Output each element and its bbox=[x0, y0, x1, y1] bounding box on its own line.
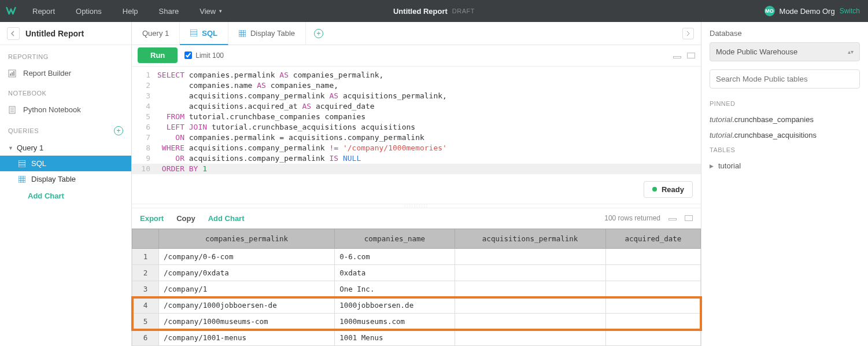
code-line[interactable]: 10 ORDER BY 1 bbox=[132, 164, 701, 174]
code-editor[interactable]: 1SELECT companies.permalink AS companies… bbox=[132, 67, 701, 178]
code-line[interactable]: 2 companies.name AS companies_name, bbox=[132, 80, 701, 91]
tab-display-table[interactable]: Display Table bbox=[228, 22, 306, 45]
code-content[interactable]: SELECT companies.permalink AS companies_… bbox=[157, 70, 383, 80]
menu-report[interactable]: Report bbox=[22, 0, 65, 22]
app-logo[interactable] bbox=[0, 0, 22, 22]
sidebar-item-sql[interactable]: SQL bbox=[0, 156, 131, 171]
table-cell[interactable] bbox=[455, 314, 605, 330]
table-cell[interactable]: /company/0-6-com bbox=[159, 249, 335, 265]
minimize-icon[interactable] bbox=[673, 56, 681, 58]
tab-sql[interactable]: SQL bbox=[180, 22, 228, 45]
table-cell[interactable]: /company/0xdata bbox=[159, 265, 335, 281]
table-cell[interactable] bbox=[455, 330, 605, 346]
menu-share[interactable]: Share bbox=[149, 0, 190, 22]
org-name[interactable]: Mode Demo Org bbox=[780, 7, 835, 16]
code-line[interactable]: 7 ON companies.permalink = acquisitions.… bbox=[132, 132, 701, 143]
pane-resize-handle[interactable]: :::::::::: bbox=[132, 204, 701, 208]
database-select[interactable]: Mode Public Warehouse ▴▾ bbox=[710, 42, 860, 61]
code-content[interactable]: ON companies.permalink = acquisitions.co… bbox=[157, 132, 424, 143]
menu-options[interactable]: Options bbox=[65, 0, 112, 22]
table-cell[interactable] bbox=[455, 265, 605, 281]
table-cell[interactable]: /company/1001-menus bbox=[159, 330, 335, 346]
sidebar-item-query1[interactable]: ▼ Query 1 bbox=[0, 140, 131, 156]
table-cell[interactable]: 1001 Menus bbox=[335, 330, 455, 346]
table-cell[interactable]: 0xdata bbox=[335, 265, 455, 281]
table-cell[interactable] bbox=[455, 281, 605, 297]
table-cell[interactable] bbox=[455, 297, 605, 314]
table-cell[interactable] bbox=[605, 265, 700, 281]
column-header[interactable]: acquisitions_permalink bbox=[455, 229, 605, 249]
org-avatar[interactable]: MO bbox=[764, 6, 775, 16]
add-tab-button[interactable]: + bbox=[314, 29, 323, 38]
menu-help[interactable]: Help bbox=[112, 0, 149, 22]
pinned-table-item[interactable]: tutorial.crunchbase_companies bbox=[710, 112, 860, 127]
copy-link[interactable]: Copy bbox=[176, 214, 195, 223]
code-line[interactable]: 6 LEFT JOIN tutorial.crunchbase_acquisit… bbox=[132, 122, 701, 132]
sidebar-item-display-table[interactable]: Display Table bbox=[0, 171, 131, 187]
table-cell[interactable]: /company/1 bbox=[159, 281, 335, 297]
maximize-icon[interactable] bbox=[687, 53, 695, 58]
expand-button[interactable] bbox=[682, 28, 694, 39]
sidebar-item-python-notebook[interactable]: Python Notebook bbox=[0, 101, 131, 118]
switch-org-link[interactable]: Switch bbox=[840, 7, 860, 15]
table-row[interactable]: 5/company/1000museums-com1000museums.com bbox=[132, 314, 701, 330]
add-chart-link[interactable]: Add Chart bbox=[208, 214, 245, 223]
code-content[interactable]: LEFT JOIN tutorial.crunchbase_acquisitio… bbox=[157, 122, 415, 132]
table-cell[interactable] bbox=[605, 314, 700, 330]
code-line[interactable]: 3 acquisitions.company_permalink AS acqu… bbox=[132, 91, 701, 101]
code-line[interactable]: 8 WHERE acquisitions.company_permalink !… bbox=[132, 143, 701, 153]
schema-item[interactable]: ▶tutorial bbox=[710, 158, 860, 174]
line-number: 5 bbox=[132, 112, 157, 122]
column-header[interactable]: companies_name bbox=[335, 229, 455, 249]
menu-view[interactable]: View ▾ bbox=[189, 0, 232, 22]
column-header[interactable]: companies_permalink bbox=[159, 229, 335, 249]
code-line[interactable]: 1SELECT companies.permalink AS companies… bbox=[132, 70, 701, 80]
report-title[interactable]: Untitled Report bbox=[393, 7, 448, 16]
code-content[interactable]: companies.name AS companies_name, bbox=[157, 80, 338, 91]
sidebar-title: Untitled Report bbox=[25, 29, 84, 38]
tab-query1[interactable]: Query 1 bbox=[132, 22, 180, 45]
sidebar-item-report-builder[interactable]: Report Builder bbox=[0, 65, 131, 82]
table-row[interactable]: 2/company/0xdata0xdata bbox=[132, 265, 701, 281]
code-line[interactable]: 5 FROM tutorial.crunchbase_companies com… bbox=[132, 112, 701, 122]
code-content[interactable]: acquisitions.company_permalink AS acquis… bbox=[157, 91, 447, 101]
tab-label: SQL bbox=[202, 29, 217, 38]
search-tables-input[interactable] bbox=[710, 69, 860, 89]
add-query-button[interactable]: + bbox=[114, 126, 123, 135]
rows-returned-text: 100 rows returned bbox=[604, 214, 660, 222]
export-link[interactable]: Export bbox=[140, 214, 164, 223]
table-cell[interactable]: One Inc. bbox=[335, 281, 455, 297]
code-content[interactable]: OR acquisitions.company_permalink IS NUL… bbox=[157, 153, 361, 164]
table-cell[interactable] bbox=[605, 330, 700, 346]
maximize-icon[interactable] bbox=[685, 215, 693, 221]
table-cell[interactable] bbox=[605, 249, 700, 265]
sidebar-add-chart-link[interactable]: Add Chart bbox=[0, 187, 131, 204]
minimize-icon[interactable] bbox=[668, 218, 677, 220]
table-cell[interactable] bbox=[455, 249, 605, 265]
table-row[interactable]: 3/company/1One Inc. bbox=[132, 281, 701, 297]
table-cell[interactable]: 1000jobboersen.de bbox=[335, 297, 455, 314]
run-button[interactable]: Run bbox=[138, 47, 178, 63]
back-button[interactable] bbox=[7, 27, 20, 40]
code-content[interactable]: acquisitions.acquired_at AS acquired_dat… bbox=[157, 101, 375, 112]
column-header[interactable]: acquired_date bbox=[605, 229, 700, 249]
code-content[interactable]: WHERE acquisitions.company_permalink != … bbox=[157, 143, 447, 153]
table-cell[interactable] bbox=[605, 297, 700, 314]
limit-checkbox-input[interactable] bbox=[184, 51, 192, 59]
chevron-down-icon: ▾ bbox=[219, 8, 222, 14]
code-content[interactable]: ORDER BY 1 bbox=[157, 164, 207, 174]
table-cell[interactable]: /company/1000jobboersen-de bbox=[159, 297, 335, 314]
limit-checkbox[interactable]: Limit 100 bbox=[184, 51, 224, 60]
code-line[interactable]: 4 acquisitions.acquired_at AS acquired_d… bbox=[132, 101, 701, 112]
table-row[interactable]: 1/company/0-6-com0-6.com bbox=[132, 249, 701, 265]
code-content[interactable]: FROM tutorial.crunchbase_companies compa… bbox=[157, 112, 365, 122]
code-line[interactable]: 9 OR acquisitions.company_permalink IS N… bbox=[132, 153, 701, 164]
line-number: 8 bbox=[132, 143, 157, 153]
pinned-table-item[interactable]: tutorial.crunchbase_acquisitions bbox=[710, 127, 860, 143]
table-row[interactable]: 4/company/1000jobboersen-de1000jobboerse… bbox=[132, 297, 701, 314]
table-cell[interactable]: /company/1000museums-com bbox=[159, 314, 335, 330]
table-cell[interactable] bbox=[605, 281, 700, 297]
table-row[interactable]: 6/company/1001-menus1001 Menus bbox=[132, 330, 701, 346]
table-cell[interactable]: 1000museums.com bbox=[335, 314, 455, 330]
table-cell[interactable]: 0-6.com bbox=[335, 249, 455, 265]
